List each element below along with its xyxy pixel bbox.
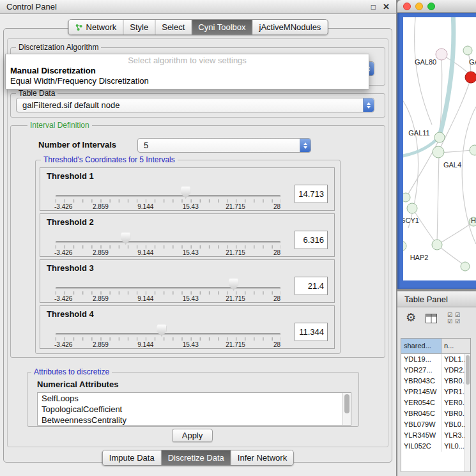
tab-jactivemnodules[interactable]: jActiveMNodules xyxy=(253,20,328,35)
table-cell[interactable]: YPR145W xyxy=(401,387,441,397)
threshold-4-slider[interactable]: -3.426 2.859 9.144 15.43 21.715 28 xyxy=(56,323,280,348)
column-header-shared[interactable]: shared... xyxy=(401,339,441,353)
table-cell[interactable]: YLR345W xyxy=(401,430,441,441)
scrollbar-thumb[interactable] xyxy=(466,355,470,385)
tab-impute-data[interactable]: Impute Data xyxy=(103,450,162,465)
slider-track[interactable] xyxy=(56,195,280,197)
network-node[interactable] xyxy=(432,240,442,250)
check-icon[interactable]: ☑ xyxy=(455,312,463,318)
column-header-name[interactable]: n... xyxy=(441,339,470,353)
table-cell[interactable]: YIL052C xyxy=(401,441,441,452)
group-title: Threshold's Coordinates for 5 Intervals xyxy=(41,155,178,164)
scale-label: 21.715 xyxy=(226,341,245,348)
columns-icon[interactable] xyxy=(426,314,437,323)
network-node[interactable] xyxy=(407,203,417,213)
slider-scale: -3.426 2.859 9.144 15.43 21.715 28 xyxy=(56,295,280,303)
network-edge xyxy=(438,245,464,265)
table-cell[interactable]: YER054C xyxy=(401,397,441,408)
tab-network[interactable]: Network xyxy=(69,20,124,35)
slider-scale: -3.426 2.859 9.144 15.43 21.715 28 xyxy=(56,341,280,349)
scale-label: 21.715 xyxy=(226,249,245,256)
network-edge xyxy=(440,150,473,153)
table-data-dropdown[interactable]: galFiltered.sif default node xyxy=(16,98,374,112)
table-cell[interactable]: YBR045C xyxy=(401,408,441,419)
table-cell[interactable]: YBL079W xyxy=(401,419,441,430)
slider-track[interactable] xyxy=(56,333,280,335)
table-data-value: galFiltered.sif default node xyxy=(22,100,119,110)
scale-label: 2.859 xyxy=(93,203,109,210)
node-label: GCY1 xyxy=(403,217,419,224)
threshold-1-slider[interactable]: -3.426 2.859 9.144 15.43 21.715 28 xyxy=(56,185,280,210)
table-row[interactable]: YDL19... YDL1... xyxy=(401,354,470,365)
table-panel-titlebar: Table Panel xyxy=(397,291,476,307)
table-row[interactable]: YIL052C YIL0... xyxy=(401,441,470,452)
network-node[interactable] xyxy=(434,132,445,142)
popup-option-equal-width[interactable]: Equal Width/Frequency Discretization xyxy=(6,76,369,86)
list-item[interactable]: SelfLoops xyxy=(38,393,351,404)
list-item[interactable]: TopologicalCoefficient xyxy=(38,404,351,415)
scale-label: -3.426 xyxy=(54,295,72,302)
network-node[interactable] xyxy=(433,146,444,158)
table-row[interactable]: YBR043C YBR0... xyxy=(401,376,470,387)
check-icon[interactable]: ☑ xyxy=(455,318,463,325)
tab-style[interactable]: Style xyxy=(123,20,155,35)
table-row[interactable]: YBR045C YBR0... xyxy=(401,408,470,419)
spinner-arrows-icon xyxy=(300,139,311,152)
minimize-icon[interactable]: □ xyxy=(371,3,376,11)
tab-cyni-toolbox[interactable]: Cyni Toolbox xyxy=(192,20,252,35)
list-scrollbar[interactable] xyxy=(342,393,351,425)
table-row[interactable]: YLR345W YLR3... xyxy=(401,430,470,441)
minimize-traffic-light[interactable] xyxy=(415,3,423,10)
threshold-3-slider[interactable]: -3.426 2.859 9.144 15.43 21.715 28 xyxy=(56,277,280,302)
threshold-1-value-field[interactable] xyxy=(295,185,328,203)
close-traffic-light[interactable] xyxy=(403,3,411,10)
threshold-4-value-field[interactable] xyxy=(295,323,328,341)
table-cell[interactable]: YBR043C xyxy=(401,376,441,387)
network-canvas[interactable]: GAL80 GAL GAL11 GAL4 GCY1 HAP2 H xyxy=(403,17,476,280)
network-node[interactable] xyxy=(403,241,406,251)
node-attribute-table: shared... n... YDL19... YDL1... YDR27...… xyxy=(401,338,471,472)
group-title: Table Data xyxy=(16,89,58,98)
node-label: GAL4 xyxy=(443,161,461,169)
table-row[interactable]: YER054C YER0... xyxy=(401,397,470,408)
network-node[interactable] xyxy=(470,145,476,155)
network-node[interactable] xyxy=(463,46,472,55)
selected-network-node[interactable] xyxy=(465,72,476,83)
check-icon[interactable]: ☑ xyxy=(447,312,455,318)
network-node[interactable] xyxy=(436,49,447,60)
table-cell[interactable]: YDR27... xyxy=(401,365,441,376)
top-tab-bar: Network Style Select Cyni Toolbox jActiv… xyxy=(68,19,328,35)
apply-button[interactable]: Apply xyxy=(172,429,213,442)
threshold-2-slider[interactable]: -3.426 2.859 9.144 15.43 21.715 28 xyxy=(56,231,280,256)
list-item[interactable]: BetweennessCentrality xyxy=(38,415,351,426)
number-of-intervals-spinner[interactable]: 5 xyxy=(137,138,311,153)
slider-track[interactable] xyxy=(56,287,280,289)
tab-infer-network[interactable]: Infer Network xyxy=(231,450,293,465)
network-node[interactable] xyxy=(403,193,410,202)
network-view-window: GAL80 GAL GAL11 GAL4 GCY1 HAP2 H xyxy=(397,0,476,289)
scale-label: 15.43 xyxy=(183,249,199,256)
tab-select[interactable]: Select xyxy=(155,20,192,35)
check-icon[interactable]: ☑ xyxy=(447,318,455,325)
threshold-2-value-field[interactable] xyxy=(295,231,328,249)
network-window-titlebar xyxy=(397,0,476,13)
threshold-3-value-field[interactable] xyxy=(295,277,328,295)
network-node[interactable] xyxy=(461,262,470,271)
table-scrollbar[interactable] xyxy=(464,354,470,472)
table-row[interactable]: YBL079W YBL0... xyxy=(401,419,470,430)
table-row[interactable]: YDR27... YDR2... xyxy=(401,365,470,376)
table-row[interactable]: YPR145W YPR1... xyxy=(401,387,470,397)
table-cell[interactable]: YDL19... xyxy=(401,354,441,365)
threshold-3-panel: Threshold 3 -3.426 2.859 9.144 15.43 21.… xyxy=(40,259,335,303)
scrollbar-thumb[interactable] xyxy=(344,394,349,413)
column-check-icons[interactable]: ☑ ☑ ☑ ☑ xyxy=(447,312,464,325)
close-icon[interactable]: ✕ xyxy=(383,3,390,11)
tab-label: Style xyxy=(130,22,148,32)
threshold-label: Threshold 4 xyxy=(47,309,94,319)
zoom-traffic-light[interactable] xyxy=(427,3,435,10)
slider-track[interactable] xyxy=(56,241,280,243)
numerical-attributes-list[interactable]: SelfLoops TopologicalCoefficient Between… xyxy=(37,392,351,426)
popup-option-manual-discretization[interactable]: Manual Discretization xyxy=(6,66,369,76)
tab-discretize-data[interactable]: Discretize Data xyxy=(162,450,231,465)
gear-icon[interactable]: ⚙ xyxy=(406,311,416,324)
